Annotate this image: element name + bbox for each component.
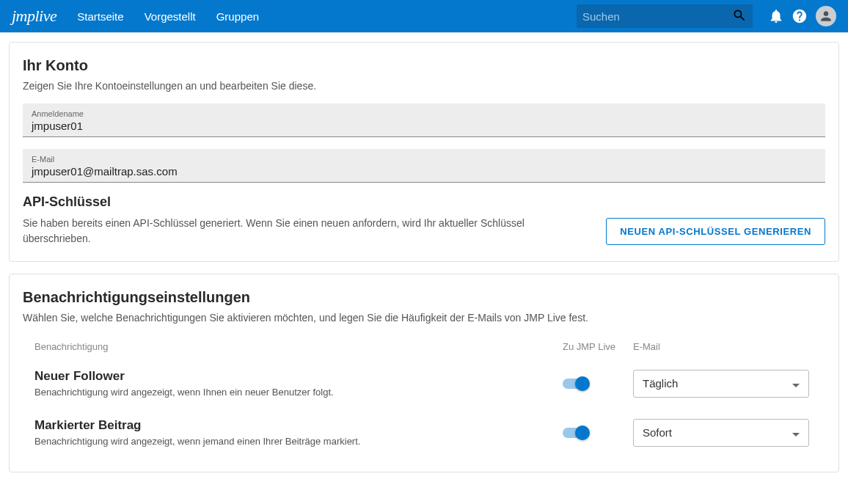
notifications-title: Benachrichtigungseinstellungen <box>23 289 825 306</box>
notifications-icon[interactable] <box>764 4 788 28</box>
logo[interactable]: jmplive <box>12 7 56 26</box>
toggle-marked-post[interactable] <box>563 428 588 438</box>
account-title: Ihr Konto <box>23 57 825 74</box>
toggle-new-follower[interactable] <box>563 379 588 389</box>
notification-row: Markierter Beitrag Benachrichtigung wird… <box>23 408 825 457</box>
search-icon[interactable] <box>732 8 747 25</box>
nav-featured[interactable]: Vorgestellt <box>145 10 196 23</box>
notifications-header: Benachrichtigung Zu JMP Live E-Mail <box>23 335 825 359</box>
notification-desc: Benachrichtigung wird angezeigt, wenn je… <box>34 436 563 447</box>
content: Ihr Konto Zeigen Sie Ihre Kontoeinstellu… <box>0 33 848 493</box>
nav-groups[interactable]: Gruppen <box>216 10 259 23</box>
email-frequency-select[interactable]: Täglich <box>633 370 809 398</box>
notification-desc: Benachrichtigung wird angezeigt, wenn Ih… <box>34 387 563 398</box>
nav-links: Startseite Vorgestellt Gruppen <box>77 10 577 23</box>
notifications-subtitle: Wählen Sie, welche Benachrichtigungen Si… <box>23 312 825 324</box>
chevron-down-icon <box>792 377 800 390</box>
avatar[interactable] <box>816 6 836 26</box>
generate-api-key-button[interactable]: NEUEN API-SCHLÜSSEL GENERIEREN <box>606 218 825 245</box>
account-card: Ihr Konto Zeigen Sie Ihre Kontoeinstellu… <box>9 42 839 262</box>
notifications-card: Benachrichtigungseinstellungen Wählen Si… <box>9 274 839 472</box>
notification-title: Neuer Follower <box>34 369 563 384</box>
account-subtitle: Zeigen Sie Ihre Kontoeinstellungen an un… <box>23 80 825 92</box>
login-field[interactable]: Anmeldename jmpuser01 <box>23 103 825 137</box>
chevron-down-icon <box>792 426 800 439</box>
email-frequency-select[interactable]: Sofort <box>633 419 809 447</box>
topbar: jmplive Startseite Vorgestellt Gruppen <box>0 0 848 32</box>
help-icon[interactable] <box>788 4 811 28</box>
api-row: Sie haben bereits einen API-Schlüssel ge… <box>23 216 825 246</box>
select-value: Sofort <box>643 426 672 439</box>
login-value: jmpuser01 <box>32 120 816 132</box>
col-toggle: Zu JMP Live <box>563 341 633 352</box>
email-value: jmpuser01@mailtrap.sas.com <box>32 165 816 178</box>
api-text: Sie haben bereits einen API-Schlüssel ge… <box>23 216 591 246</box>
notification-title: Markierter Beitrag <box>34 418 563 433</box>
api-heading: API-Schlüssel <box>23 194 825 210</box>
notification-row: Neuer Follower Benachrichtigung wird ang… <box>23 359 825 408</box>
login-label: Anmeldename <box>32 109 816 118</box>
col-email: E-Mail <box>633 341 814 352</box>
col-name: Benachrichtigung <box>34 341 563 352</box>
notifications-table: Benachrichtigung Zu JMP Live E-Mail Neue… <box>23 335 825 457</box>
email-label: E-Mail <box>32 155 816 164</box>
select-value: Täglich <box>643 377 678 390</box>
email-field[interactable]: E-Mail jmpuser01@mailtrap.sas.com <box>23 149 825 183</box>
nav-home[interactable]: Startseite <box>77 10 123 23</box>
search-box[interactable] <box>577 4 753 28</box>
search-input[interactable] <box>582 10 732 23</box>
